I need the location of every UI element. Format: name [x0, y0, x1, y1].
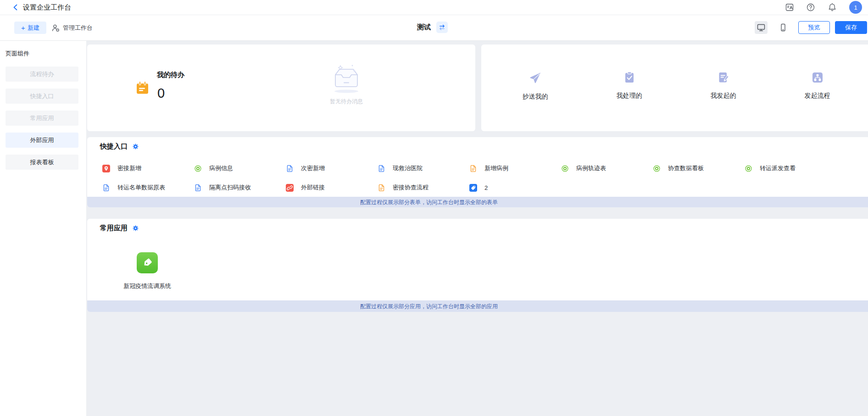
common-apps-title-row: 常用应用: [100, 224, 139, 233]
quick-entry-title: 快捷入口: [100, 142, 128, 151]
quick-entry-settings-gear-icon[interactable]: [133, 144, 139, 150]
clipboard-check-icon: [623, 71, 636, 84]
common-apps-notice-bar: 配置过程仅展示部分应用，访问工作台时显示全部的应用: [87, 300, 868, 312]
user-avatar[interactable]: 1: [849, 1, 862, 14]
sidebar-component-item[interactable]: 快捷入口: [6, 89, 78, 104]
common-apps-settings-gear-icon[interactable]: [133, 225, 139, 231]
quick-entry-item[interactable]: 外部链接: [282, 183, 373, 192]
todo-calendar-icon: [136, 81, 149, 94]
quick-entry-item[interactable]: 协查数据看板: [649, 164, 740, 172]
quick-entry-item[interactable]: 现救治医院: [373, 164, 465, 172]
target-green-icon: [561, 165, 569, 172]
canvas-area: 我的待办 0 暂无待办消息: [87, 41, 868, 416]
quick-entry-notice-bar: 配置过程仅展示部分表单，访问工作台时显示全部的表单: [87, 197, 868, 207]
manage-workbench-button[interactable]: 管理工作台: [51, 22, 93, 34]
top-navbar: 设置企业工作台 1: [0, 0, 868, 15]
process-actions-card: 抄送我的 我处理的 我发起的 发起流程: [481, 44, 868, 131]
common-apps-notice-text: 配置过程仅展示部分应用，访问工作台时显示全部的应用: [360, 302, 498, 310]
quick-entry-card: 快捷入口 密接新增 病例信息: [87, 137, 868, 207]
process-action-item[interactable]: 我发起的: [676, 71, 770, 101]
doc-blue-icon: [194, 184, 202, 192]
quick-entry-item[interactable]: 转运名单数据原表: [98, 183, 190, 192]
app-item[interactable]: 新冠疫情流调系统: [126, 252, 168, 290]
workbench-editor: 设置企业工作台 1 + 新建 管理工作台 测试: [0, 0, 868, 416]
sidebar-component-item[interactable]: 报表看板: [6, 155, 78, 170]
sidebar-heading: 页面组件: [6, 50, 29, 58]
quick-entry-item[interactable]: 病例轨迹表: [557, 164, 649, 172]
sidebar-component-item[interactable]: 常用应用: [6, 111, 78, 126]
new-component-button[interactable]: + 新建: [14, 22, 46, 34]
editor-toolbar: + 新建 管理工作台 测试 预览 保存: [0, 15, 868, 41]
quick-entry-item[interactable]: 新增病例: [465, 164, 557, 172]
quick-entry-item[interactable]: 次密新增: [282, 164, 373, 172]
mobile-view-toggle[interactable]: [777, 21, 790, 34]
todo-card-title: 我的待办: [157, 71, 184, 79]
quick-entry-row-2: 转运名单数据原表 隔离点扫码接收 外部链接 密接协查流程: [98, 179, 868, 196]
empty-inbox-illustration: [326, 64, 367, 94]
quick-entry-title-row: 快捷入口: [100, 142, 139, 151]
todo-card: 我的待办 0 暂无待办消息: [87, 44, 475, 131]
pin-red-icon: [102, 165, 110, 172]
page-title: 设置企业工作台: [23, 3, 71, 12]
todo-empty-text: 暂无待办消息: [326, 98, 367, 105]
back-chevron-icon[interactable]: [12, 4, 19, 11]
org-chart-icon: [811, 71, 824, 84]
process-action-item[interactable]: 抄送我的: [488, 71, 582, 101]
quick-entry-item[interactable]: 密接新增: [98, 164, 190, 172]
doc-orange-icon: [378, 184, 385, 192]
person-gear-icon: [51, 24, 60, 32]
plus-icon: +: [21, 24, 25, 31]
target-green-icon: [745, 165, 752, 172]
sidebar-component-item[interactable]: 流程待办: [6, 67, 78, 82]
switch-workspace-icon[interactable]: [436, 22, 448, 33]
app-green-tag-icon: [137, 252, 158, 273]
process-action-item[interactable]: 我处理的: [582, 71, 676, 101]
workspace-switcher: 测试: [417, 22, 448, 33]
link-red-icon: [286, 184, 294, 192]
doc-edit-icon: [717, 71, 730, 84]
phone-icon: [779, 23, 788, 32]
process-actions-list: 抄送我的 我处理的 我发起的 发起流程: [488, 71, 864, 101]
quick-entry-item[interactable]: 隔离点扫码接收: [190, 183, 282, 192]
todo-count: 0: [157, 86, 165, 101]
save-button[interactable]: 保存: [835, 21, 867, 34]
quick-entry-item[interactable]: 2: [465, 184, 557, 192]
target-green-icon: [194, 165, 202, 172]
doc-blue-icon: [378, 165, 385, 172]
tag-blue-icon: [469, 184, 477, 192]
target-green-icon: [653, 165, 661, 172]
doc-blue-icon: [286, 165, 294, 172]
common-apps-title: 常用应用: [100, 224, 128, 233]
app-label: 新冠疫情流调系统: [123, 282, 171, 290]
bell-icon[interactable]: [828, 3, 837, 12]
quick-entry-row-1: 密接新增 病例信息 次密新增 现救治医院: [98, 160, 868, 177]
process-action-item[interactable]: 发起流程: [770, 71, 864, 101]
quick-entry-item[interactable]: 转运派发查看: [740, 164, 832, 172]
quick-entry-notice-text: 配置过程仅展示部分表单，访问工作台时显示全部的表单: [360, 198, 498, 206]
monitor-icon: [757, 23, 766, 32]
preview-button[interactable]: 预览: [798, 21, 830, 34]
quick-entry-item[interactable]: 密接协查流程: [373, 183, 465, 192]
translate-icon[interactable]: [785, 3, 794, 12]
help-icon[interactable]: [806, 3, 815, 12]
sidebar-component-item[interactable]: 外部应用: [6, 133, 78, 148]
doc-blue-icon: [102, 184, 110, 192]
workspace-name: 测试: [417, 23, 431, 32]
common-apps-card: 常用应用 新冠疫情流调系统 配置过程仅展示部分应用，访问工作台时显示全部的应用: [87, 219, 868, 312]
desktop-view-toggle[interactable]: [755, 21, 768, 34]
send-icon: [529, 71, 542, 85]
components-sidebar: 页面组件 流程待办 快捷入口 常用应用 外部应用 报表看板: [0, 41, 87, 416]
doc-orange-icon: [469, 165, 477, 172]
todo-empty-state: 暂无待办消息: [326, 64, 367, 105]
quick-entry-item[interactable]: 病例信息: [190, 164, 282, 172]
sidebar-component-list: 流程待办 快捷入口 常用应用 外部应用 报表看板: [6, 67, 78, 170]
